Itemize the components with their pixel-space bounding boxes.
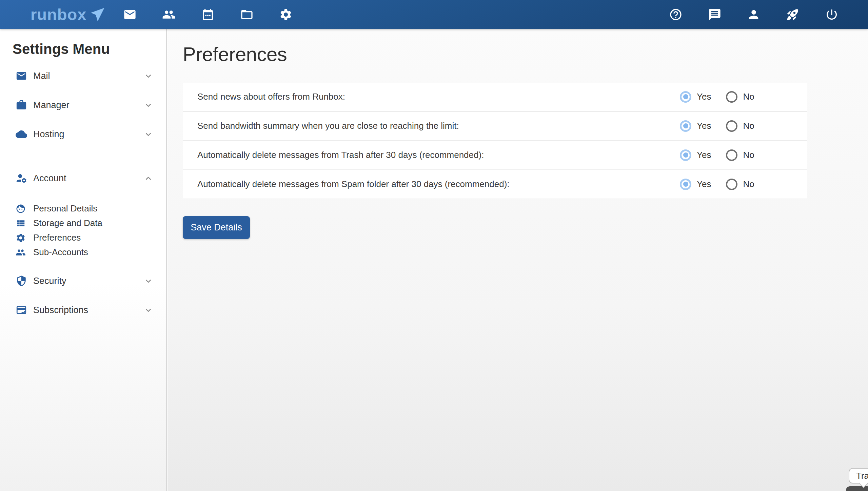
- chevron-down-icon: [144, 130, 153, 139]
- list-icon: [16, 218, 26, 228]
- card-check-icon: [16, 304, 27, 316]
- manage-accounts-icon: [16, 172, 27, 184]
- sidebar-item-mail[interactable]: Mail: [0, 61, 166, 90]
- whats-new-icon: [786, 8, 800, 21]
- radio-group: YesNo: [680, 149, 754, 161]
- radio-option-yes[interactable]: Yes: [680, 179, 711, 190]
- chevron-down-icon[interactable]: [144, 130, 153, 139]
- radio-selected-icon[interactable]: [680, 179, 691, 190]
- sidebar-item-subscriptions[interactable]: Subscriptions: [0, 295, 166, 325]
- nav-account-button[interactable]: [747, 8, 761, 21]
- sidebar-item-account[interactable]: Account: [0, 164, 166, 193]
- bottom-corner-shape: [846, 486, 868, 491]
- radio-selected-icon[interactable]: [680, 91, 691, 103]
- radio-option-yes[interactable]: Yes: [680, 149, 711, 161]
- settings-icon: [279, 8, 293, 21]
- sidebar-item-label: Subscriptions: [33, 305, 88, 315]
- radio-option-no[interactable]: No: [726, 179, 754, 190]
- radio-group: YesNo: [680, 179, 754, 190]
- sidebar-subitem-label: Storage and Data: [33, 218, 102, 228]
- sidebar-subitem-label: Sub-Accounts: [33, 247, 88, 258]
- save-details-button[interactable]: Save Details: [183, 216, 250, 239]
- radio-label: Yes: [697, 150, 711, 160]
- radio-group: YesNo: [680, 91, 754, 103]
- group-icon: [16, 247, 26, 258]
- sidebar-item-security[interactable]: Security: [0, 266, 166, 295]
- radio-option-no[interactable]: No: [726, 149, 754, 161]
- sidebar-subitem-label: Personal Details: [33, 203, 97, 214]
- calendar-icon: [201, 8, 215, 21]
- nav-help-button[interactable]: [669, 8, 683, 21]
- preferences-table: Send news about offers from Runbox:YesNo…: [183, 83, 807, 199]
- trash-tooltip: Trash: [849, 468, 868, 484]
- chevron-down-icon: [144, 277, 153, 286]
- settings-sidebar: Settings Menu MailManagerHostingAccountP…: [0, 29, 167, 491]
- nav-files-button[interactable]: [240, 8, 254, 21]
- files-icon: [240, 8, 254, 21]
- nav-whats-new-button[interactable]: [786, 8, 800, 21]
- radio-option-yes[interactable]: Yes: [680, 120, 711, 132]
- radio-unselected-icon[interactable]: [726, 179, 737, 190]
- sidebar-subitem-preferences[interactable]: Preferences: [0, 230, 166, 245]
- chevron-down-icon[interactable]: [144, 101, 153, 110]
- cloud-icon: [16, 128, 27, 140]
- radio-group: YesNo: [680, 120, 754, 132]
- face-icon: [16, 204, 26, 214]
- card-check-icon: [16, 304, 27, 316]
- radio-label: Yes: [697, 91, 711, 102]
- preference-row: Automatically delete messages from Trash…: [183, 141, 807, 170]
- radio-option-yes[interactable]: Yes: [680, 91, 711, 103]
- radio-label: Yes: [697, 179, 711, 189]
- preference-row: Send news about offers from Runbox:YesNo: [183, 83, 807, 112]
- sidebar-item-hosting[interactable]: Hosting: [0, 120, 166, 149]
- radio-label: No: [743, 150, 754, 160]
- radio-option-no[interactable]: No: [726, 91, 754, 103]
- runbox-logo[interactable]: runbox: [31, 6, 105, 22]
- chevron-up-icon[interactable]: [144, 174, 153, 183]
- radio-label: No: [743, 179, 754, 189]
- chevron-down-icon: [144, 101, 153, 110]
- nav-support-chat-button[interactable]: [708, 8, 722, 21]
- radio-unselected-icon[interactable]: [726, 91, 737, 103]
- sidebar-subitem-storage-and-data[interactable]: Storage and Data: [0, 216, 166, 230]
- face-icon: [16, 204, 26, 214]
- nav-mail-button[interactable]: [123, 8, 137, 21]
- chevron-down-icon[interactable]: [144, 71, 153, 81]
- radio-unselected-icon[interactable]: [726, 120, 737, 132]
- radio-unselected-icon[interactable]: [726, 149, 737, 161]
- radio-label: No: [743, 121, 754, 131]
- manage-accounts-icon: [16, 172, 27, 184]
- nav-logout-button[interactable]: [825, 8, 839, 21]
- radio-option-no[interactable]: No: [726, 120, 754, 132]
- chevron-down-icon[interactable]: [144, 306, 153, 315]
- radio-selected-icon[interactable]: [680, 120, 691, 132]
- sidebar-heading: Settings Menu: [13, 41, 166, 57]
- sidebar-subitem-sub-accounts[interactable]: Sub-Accounts: [0, 245, 166, 260]
- runbox-app: runbox Settings Menu MailManagerHostingA…: [0, 0, 868, 491]
- support-chat-icon: [708, 8, 722, 21]
- radio-selected-icon[interactable]: [680, 149, 691, 161]
- sidebar-item-manager[interactable]: Manager: [0, 90, 166, 120]
- sidebar-item-label: Manager: [33, 100, 70, 110]
- page-title: Preferences: [183, 43, 868, 66]
- preference-row: Automatically delete messages from Spam …: [183, 170, 807, 199]
- nav-contacts-button[interactable]: [162, 8, 176, 21]
- list-icon: [16, 218, 26, 228]
- cloud-icon: [16, 128, 27, 140]
- mail-icon: [16, 70, 27, 82]
- briefcase-icon: [16, 99, 27, 111]
- sidebar-item-label: Mail: [33, 71, 50, 81]
- chevron-down-icon[interactable]: [144, 277, 153, 286]
- sidebar-menu: MailManagerHostingAccountPersonal Detail…: [0, 61, 166, 325]
- sidebar-subitem-personal-details[interactable]: Personal Details: [0, 201, 166, 216]
- nav-settings-button[interactable]: [279, 8, 293, 21]
- logo-seven-icon: [90, 7, 105, 22]
- top-navbar: runbox: [0, 0, 868, 29]
- nav-calendar-button[interactable]: [201, 8, 215, 21]
- sidebar-sublist-account: Personal DetailsStorage and DataPreferen…: [0, 201, 166, 260]
- briefcase-icon: [16, 99, 27, 111]
- help-icon: [669, 8, 683, 21]
- preference-label: Send bandwidth summary when you are clos…: [197, 121, 459, 131]
- sidebar-item-label: Security: [33, 276, 66, 286]
- sidebar-subitem-label: Preferences: [33, 232, 81, 243]
